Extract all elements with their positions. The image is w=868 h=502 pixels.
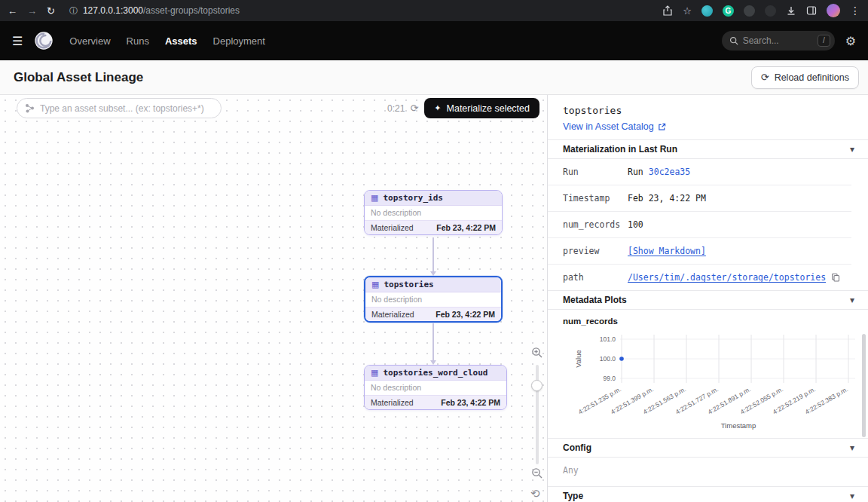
browser-reload-icon[interactable]: ↻ bbox=[47, 6, 55, 16]
reload-definitions-button[interactable]: ⟳ Reload definitions bbox=[751, 66, 859, 89]
metadata-key: Timestamp bbox=[563, 193, 628, 204]
asset-status: Materialized bbox=[371, 223, 414, 232]
extension-icon-3[interactable] bbox=[765, 5, 776, 17]
app-nav: ☰ Overview Runs Assets Deployment / ⚙ bbox=[0, 21, 868, 60]
extension-icon-1[interactable] bbox=[701, 5, 713, 17]
extension-icon-grammarly[interactable]: G bbox=[723, 5, 734, 17]
url-bar[interactable]: ⓘ 127.0.0.1:3000/asset-groups/topstories bbox=[69, 5, 240, 17]
zoom-out-icon[interactable] bbox=[531, 467, 543, 479]
asset-description: No description bbox=[365, 381, 506, 395]
y-axis-label: Value bbox=[574, 350, 582, 368]
nav-deployment[interactable]: Deployment bbox=[213, 35, 265, 47]
dagster-logo[interactable] bbox=[33, 30, 54, 51]
zoom-slider-handle[interactable] bbox=[531, 380, 542, 391]
svg-text:99.0: 99.0 bbox=[603, 375, 616, 382]
copy-icon[interactable] bbox=[831, 273, 840, 282]
zoom-in-icon[interactable] bbox=[531, 347, 543, 359]
view-in-asset-catalog-link[interactable]: View in Asset Catalog bbox=[563, 121, 666, 132]
materialize-selected-button[interactable]: ✦ Materialize selected bbox=[424, 98, 539, 118]
downloads-icon[interactable] bbox=[786, 5, 796, 16]
panel-scrollbar[interactable] bbox=[862, 334, 866, 437]
back-icon[interactable]: ← bbox=[8, 6, 17, 16]
asset-materialized-time[interactable]: Feb 23, 4:22 PM bbox=[436, 223, 496, 232]
browser-menu-icon[interactable]: ⋮ bbox=[850, 5, 860, 17]
profile-avatar[interactable] bbox=[827, 4, 840, 17]
svg-text:100.0: 100.0 bbox=[600, 355, 616, 363]
main-content: 0:21 ⟳ ✦ Materialize selected ▦ topstory… bbox=[0, 95, 868, 502]
nav-runs[interactable]: Runs bbox=[127, 35, 149, 47]
metadata-value: 100 bbox=[628, 219, 643, 230]
nav-overview[interactable]: Overview bbox=[69, 35, 110, 47]
asset-materialized-time[interactable]: Feb 23, 4:22 PM bbox=[436, 310, 495, 319]
search-box[interactable]: / bbox=[722, 31, 835, 51]
asset-name: topstories bbox=[384, 280, 433, 289]
asset-name: topstories_word_cloud bbox=[383, 368, 487, 378]
lineage-graph-canvas[interactable]: 0:21 ⟳ ✦ Materialize selected ▦ topstory… bbox=[0, 95, 547, 502]
asset-node-topstories[interactable]: ▦ topstories No description Materialized… bbox=[364, 276, 503, 323]
nav-assets[interactable]: Assets bbox=[165, 35, 197, 47]
show-markdown-link[interactable]: [Show Markdown] bbox=[628, 246, 706, 256]
node-footer: Materialized Feb 23, 4:22 PM bbox=[365, 395, 506, 409]
asset-filter[interactable] bbox=[17, 98, 222, 118]
section-metadata-plots[interactable]: Metadata Plots ▾ bbox=[548, 290, 868, 310]
share-icon[interactable] bbox=[662, 5, 673, 16]
asset-title: topstories bbox=[563, 105, 853, 116]
chevron-down-icon: ▾ bbox=[850, 491, 854, 501]
asset-details-panel: topstories View in Asset Catalog Materia… bbox=[547, 95, 868, 502]
forward-icon[interactable]: → bbox=[27, 6, 37, 16]
section-type[interactable]: Type ▾ bbox=[548, 486, 868, 502]
search-input[interactable] bbox=[743, 35, 813, 46]
screen: ← → ↻ ⓘ 127.0.0.1:3000/asset-groups/tops… bbox=[0, 0, 868, 502]
shortcut-badge: / bbox=[818, 35, 830, 47]
search-icon bbox=[729, 36, 738, 45]
section-config[interactable]: Config ▾ bbox=[548, 438, 868, 458]
metadata-key: path bbox=[563, 272, 628, 283]
external-link-icon bbox=[658, 123, 666, 131]
edge-topstories-to-word-cloud bbox=[432, 323, 434, 360]
refresh-icon: ⟳ bbox=[761, 72, 769, 83]
browser-toolbar: ← → ↻ ⓘ 127.0.0.1:3000/asset-groups/tops… bbox=[0, 0, 868, 21]
metadata-key: preview bbox=[563, 246, 628, 256]
extension-icon-2[interactable] bbox=[744, 5, 755, 17]
nav-links: Overview Runs Assets Deployment bbox=[69, 35, 265, 47]
node-footer: Materialized Feb 23, 4:22 PM bbox=[365, 220, 502, 234]
node-footer: Materialized Feb 23, 4:22 PM bbox=[365, 307, 501, 321]
zoom-reset-icon[interactable]: ⟲ bbox=[530, 487, 540, 500]
run-link[interactable]: 30c2ea35 bbox=[649, 167, 690, 177]
asset-name: topstory_ids bbox=[383, 193, 442, 203]
asset-filter-input[interactable] bbox=[40, 103, 213, 114]
site-info-icon[interactable]: ⓘ bbox=[69, 5, 78, 17]
table-icon: ▦ bbox=[371, 194, 378, 202]
metadata-key: num_records bbox=[563, 219, 628, 230]
url-host: 127.0.0.1:3000 bbox=[83, 5, 143, 16]
svg-text:101.0: 101.0 bbox=[600, 335, 616, 343]
page-header: Global Asset Lineage ⟳ Reload definition… bbox=[0, 60, 868, 95]
node-header: ▦ topstories_word_cloud bbox=[365, 366, 506, 381]
node-header: ▦ topstories bbox=[365, 277, 501, 292]
zoom-controls: ⟲ bbox=[530, 347, 544, 502]
config-value: Any bbox=[548, 458, 868, 487]
asset-materialized-time[interactable]: Feb 23, 4:22 PM bbox=[441, 398, 500, 407]
chevron-down-icon: ▾ bbox=[850, 295, 854, 305]
asset-node-topstories-word-cloud[interactable]: ▦ topstories_word_cloud No description M… bbox=[364, 365, 507, 410]
asset-status: Materialized bbox=[371, 310, 414, 319]
data-point bbox=[619, 357, 624, 361]
settings-gear-icon[interactable]: ⚙ bbox=[845, 34, 856, 48]
section-materialization-in-last-run[interactable]: Materialization in Last Run ▾ bbox=[548, 139, 868, 159]
timer-refresh-icon[interactable]: ⟳ bbox=[410, 103, 418, 114]
metadata-row-preview: preview [Show Markdown] bbox=[548, 238, 851, 265]
side-panel-icon[interactable] bbox=[806, 5, 817, 16]
metadata-row-timestamp: Timestamp Feb 23, 4:22 PM bbox=[548, 185, 851, 212]
edge-topstory-ids-to-topstories bbox=[432, 237, 434, 271]
asset-node-topstory-ids[interactable]: ▦ topstory_ids No description Materializ… bbox=[364, 190, 503, 235]
metadata-key: Run bbox=[563, 167, 628, 177]
page-title: Global Asset Lineage bbox=[14, 70, 143, 85]
metadata-row-path: path /Users/tim/.dagster/storage/topstor… bbox=[548, 265, 851, 291]
path-link[interactable]: /Users/tim/.dagster/storage/topstories bbox=[628, 272, 826, 283]
metadata-row-run: Run Run 30c2ea35 bbox=[548, 159, 851, 185]
plot-title: num_records bbox=[548, 310, 868, 326]
menu-icon[interactable]: ☰ bbox=[12, 34, 23, 48]
run-prefix: Run bbox=[628, 167, 643, 177]
bookmark-star-icon[interactable]: ☆ bbox=[683, 5, 692, 17]
asset-status: Materialized bbox=[371, 398, 414, 407]
